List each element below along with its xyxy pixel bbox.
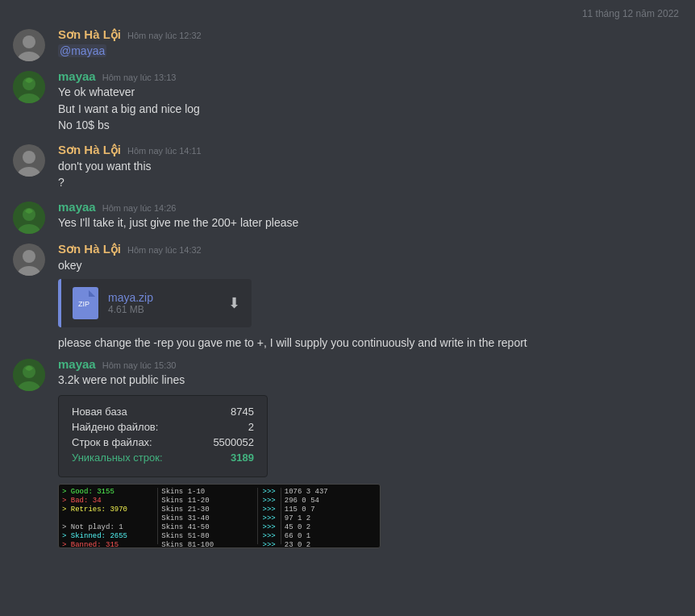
terminal-divider-3	[281, 488, 281, 544]
timestamp-2: Hôm nay lúc 13:13	[102, 73, 177, 82]
svg-point-13	[23, 250, 35, 263]
table-row-2: Строк в файлах: 5500052	[72, 436, 254, 448]
message-line-5-0: okey	[58, 258, 682, 274]
download-icon[interactable]: ⬇	[228, 294, 240, 312]
table-value-0: 8745	[231, 406, 254, 418]
table-label-2: Строк в файлах:	[72, 436, 152, 448]
message-line-2-0: Ye ok whatever	[58, 85, 682, 101]
avatar-mayaa-1	[13, 71, 45, 103]
timestamp-1: Hôm nay lúc 12:32	[127, 31, 202, 40]
username-1: Sơn Hà Lội	[58, 27, 121, 42]
avatar-mayaa-3	[13, 359, 45, 391]
message-content-1: Sơn Hà Lội Hôm nay lúc 12:32 @mayaa	[58, 27, 682, 61]
username-5: Sơn Hà Lội	[58, 242, 121, 256]
avatar-son-2	[13, 144, 45, 177]
message-content-5: Sơn Hà Lội Hôm nay lúc 14:32 okey ZIP ma…	[58, 242, 682, 327]
message-line-6-0: 3.2k were not public lines	[58, 373, 682, 389]
message-content-2: mayaa Hôm nay lúc 13:13 Ye ok whatever B…	[58, 69, 682, 135]
table-label-3: Уникальных строк:	[72, 452, 163, 464]
message-group-5: Sơn Hà Lội Hôm nay lúc 14:32 okey ZIP ma…	[0, 239, 695, 331]
table-label-0: Новая база	[72, 406, 127, 418]
file-name: maya.zip	[108, 291, 218, 304]
message-header-5: Sơn Hà Lội Hôm nay lúc 14:32	[58, 242, 682, 256]
table-value-2: 5500052	[213, 436, 254, 448]
message-line-3-1: ?	[58, 175, 682, 191]
message-content-4: mayaa Hôm nay lúc 14:26 Yes I'll take it…	[58, 200, 682, 234]
file-attachment[interactable]: ZIP maya.zip 4.61 MB ⬇	[58, 279, 252, 327]
username-2: mayaa	[58, 69, 96, 83]
file-icon: ZIP	[73, 287, 98, 319]
message-content-6: mayaa Hôm nay lúc 15:30 3.2k were not pu…	[58, 357, 682, 548]
message-header-3: Sơn Hà Lội Hôm nay lúc 14:11	[58, 143, 682, 157]
table-row-0: Новая база 8745	[72, 406, 254, 418]
message-group-3: Sơn Hà Lội Hôm nay lúc 14:11 don't you w…	[0, 139, 695, 195]
message-line-2-1: But I want a big and nice log	[58, 102, 682, 118]
message-group-2: mayaa Hôm nay lúc 13:13 Ye ok whatever B…	[0, 66, 695, 138]
terminal-screenshot: > Good: 3155 > Bad: 34 > Retries: 3970 >…	[58, 484, 381, 548]
username-4: mayaa	[58, 200, 96, 214]
terminal-divider-2	[257, 488, 258, 544]
table-label-1: Найдено файлов:	[72, 421, 158, 433]
message-header-2: mayaa Hôm nay lúc 13:13	[58, 69, 682, 83]
table-row-3: Уникальных строк: 3189	[72, 452, 254, 464]
table-value-3: 3189	[231, 452, 254, 464]
terminal-col-arrows: >>> >>> >>> >>> >>> >>> >>> >>>	[261, 488, 277, 544]
svg-point-7	[23, 151, 35, 164]
message-text-1: @mayaa	[58, 44, 682, 60]
table-row-1: Найдено файлов: 2	[72, 421, 254, 433]
message-group-6: mayaa Hôm nay lúc 15:30 3.2k were not pu…	[0, 354, 695, 551]
message-header-1: Sơn Hà Lội Hôm nay lúc 12:32	[58, 27, 682, 42]
message-line-3-0: don't you want this	[58, 159, 682, 175]
system-message: please change the -rep you gave me to +,…	[0, 332, 695, 355]
file-info: maya.zip 4.61 MB	[108, 291, 218, 315]
terminal-divider-1	[157, 488, 158, 544]
terminal-col-skins: Skins 1-10 Skins 11-20 Skins 21-30 Skins…	[161, 488, 253, 544]
username-3: Sơn Hà Lội	[58, 143, 121, 157]
terminal-col-left: > Good: 3155 > Bad: 34 > Retries: 3970 >…	[62, 488, 154, 544]
message-content-3: Sơn Hà Lội Hôm nay lúc 14:11 don't you w…	[58, 143, 682, 192]
avatar-son-1	[13, 29, 45, 61]
svg-text:ZIP: ZIP	[78, 300, 89, 308]
avatar-mayaa-2	[13, 202, 45, 234]
file-size: 4.61 MB	[108, 304, 218, 315]
mention-1: @mayaa	[58, 44, 106, 57]
message-header-6: mayaa Hôm nay lúc 15:30	[58, 357, 682, 371]
date-divider: 11 tháng 12 năm 2022	[0, 0, 695, 24]
timestamp-5: Hôm nay lúc 14:32	[127, 245, 202, 255]
avatar-son-3	[13, 243, 45, 276]
message-group-4: mayaa Hôm nay lúc 14:26 Yes I'll take it…	[0, 197, 695, 237]
username-6: mayaa	[58, 357, 96, 371]
timestamp-3: Hôm nay lúc 14:11	[127, 146, 202, 156]
svg-point-1	[23, 35, 35, 48]
timestamp-6: Hôm nay lúc 15:30	[102, 360, 177, 370]
data-table: Новая база 8745 Найдено файлов: 2 Строк …	[58, 395, 268, 477]
chat-container: 11 tháng 12 năm 2022 Sơn Hà Lội Hôm nay …	[0, 0, 695, 551]
message-line-2-2: No 10$ bs	[58, 118, 682, 134]
message-line-4-0: Yes I'll take it, just give me the 200+ …	[58, 215, 682, 231]
terminal-col-counts: 1076 3 437 296 0 54 115 0 7 97 1 2 45 0 …	[285, 488, 377, 544]
message-header-4: mayaa Hôm nay lúc 14:26	[58, 200, 682, 214]
table-value-1: 2	[248, 421, 254, 433]
message-group-1: Sơn Hà Lội Hôm nay lúc 12:32 @mayaa	[0, 24, 695, 65]
timestamp-4: Hôm nay lúc 14:26	[102, 203, 177, 213]
